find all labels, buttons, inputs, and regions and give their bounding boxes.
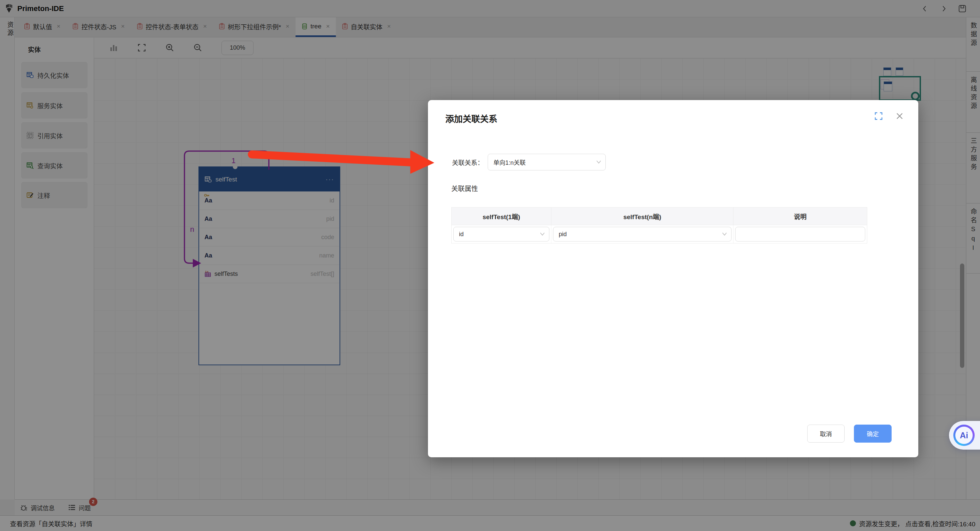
table-row: id pid [452,225,867,243]
chevron-down-icon [722,232,727,236]
cancel-button[interactable]: 取消 [807,424,845,443]
primeton-ide-window: Primeton-IDE 资源 默认值 × 控件状态-JS × [0,0,980,531]
table-header-row: selfTest(1端) selfTest(n端) 说明 [452,207,867,225]
chevron-down-icon [540,232,545,236]
ai-label: Ai [955,427,973,444]
dialog-title: 添加关联关系 [445,112,497,124]
ai-assistant-button[interactable]: Ai [949,421,980,450]
dialog-close-icon[interactable] [895,111,904,121]
description-input[interactable] [735,227,865,242]
chevron-down-icon [596,160,601,164]
add-association-dialog: 添加关联关系 关联关系： 单向1:n关联 关联属性 selfTest(1端) s… [428,100,918,457]
column-header-one-end: selfTest(1端) [452,207,551,225]
one-end-field-value: id [459,231,464,238]
association-properties-table: selfTest(1端) selfTest(n端) 说明 id pid [451,207,867,243]
n-end-field-value: pid [559,231,567,238]
column-header-n-end: selfTest(n端) [551,207,733,225]
confirm-button[interactable]: 确定 [854,424,892,443]
dialog-fullscreen-icon[interactable] [874,111,883,121]
one-end-field-select[interactable]: id [453,227,549,242]
relation-type-value: 单向1:n关联 [493,158,526,167]
relation-type-label: 关联关系： [452,158,484,167]
ai-gradient-ring-icon: Ai [953,424,975,446]
n-end-field-select[interactable]: pid [553,227,732,242]
relation-type-select[interactable]: 单向1:n关联 [488,154,606,170]
column-header-description: 说明 [733,207,867,225]
association-properties-title: 关联属性 [451,183,478,193]
